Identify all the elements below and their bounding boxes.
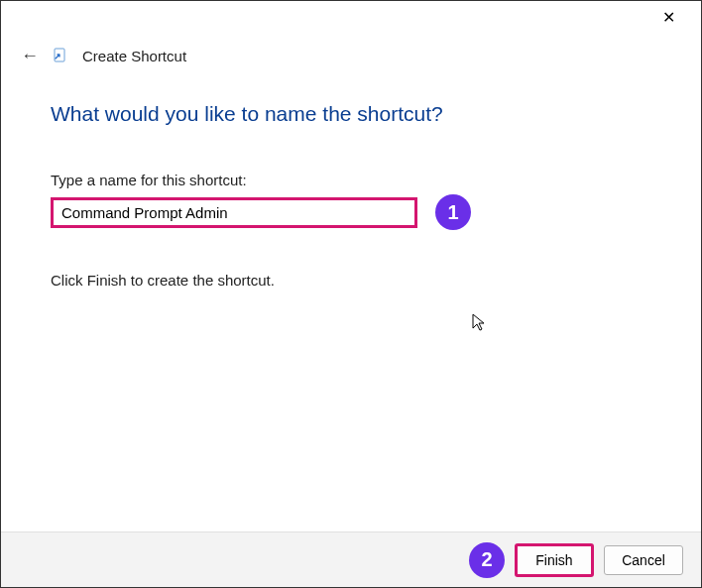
wizard-footer: 2 Finish Cancel [1,531,701,587]
shortcut-name-label: Type a name for this shortcut: [51,172,651,188]
footer-badge-group: 2 Finish [469,542,594,578]
annotation-badge-1: 1 [435,194,471,230]
cancel-button[interactable]: Cancel [604,545,683,575]
finish-button[interactable]: Finish [515,543,594,577]
close-button[interactable]: ✕ [645,2,691,32]
shortcut-name-input[interactable] [51,197,417,228]
annotation-badge-2: 2 [469,542,505,578]
wizard-content: What would you like to name the shortcut… [1,72,701,289]
back-arrow-icon[interactable]: ← [21,47,39,64]
wizard-title: Create Shortcut [82,48,186,64]
input-row: 1 [51,194,651,230]
wizard-header: ← Create Shortcut [1,33,701,72]
close-icon: ✕ [662,8,675,27]
finish-hint: Click Finish to create the shortcut. [51,272,651,289]
page-heading: What would you like to name the shortcut… [51,102,651,126]
titlebar: ✕ [1,1,701,33]
shortcut-file-icon [53,48,68,63]
cursor-icon [472,313,488,337]
